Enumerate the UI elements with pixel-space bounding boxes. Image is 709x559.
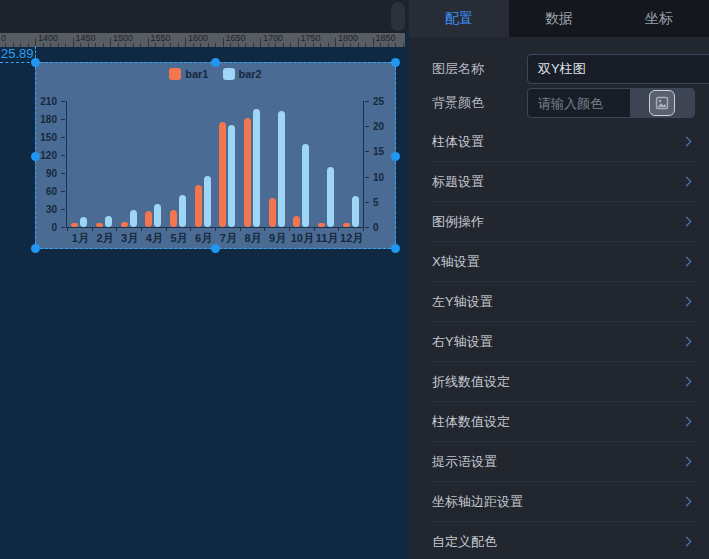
y-axis-tick-mark bbox=[61, 209, 65, 210]
panel-tab-bar: 配置 数据 坐标 bbox=[409, 0, 709, 37]
settings-section-label: 标题设置 bbox=[432, 173, 484, 191]
selection-guide-horizontal bbox=[0, 62, 35, 63]
panel-body: 图层名称 背景颜色 bbox=[409, 37, 709, 559]
resize-handle-bottom-left[interactable] bbox=[31, 244, 40, 253]
canvas-scrollbar-thumb[interactable] bbox=[391, 2, 405, 31]
ruler-tick bbox=[275, 43, 276, 47]
y-axis-tick-label: 180 bbox=[40, 114, 57, 125]
y-axis-tick-mark bbox=[365, 227, 369, 228]
resize-handle-top-left[interactable] bbox=[31, 58, 40, 67]
chevron-right-icon bbox=[682, 297, 692, 307]
settings-section-row[interactable]: 柱体设置 bbox=[432, 122, 695, 162]
settings-section-row[interactable]: 坐标轴边距设置 bbox=[432, 482, 695, 522]
bar-bar2-1月 bbox=[80, 217, 87, 227]
ruler-label: 1650 bbox=[226, 33, 246, 43]
color-picker-addon bbox=[630, 89, 694, 117]
x-axis-category-label: 1月 bbox=[72, 231, 89, 246]
chevron-right-icon bbox=[682, 217, 692, 227]
bar-bar2-5月 bbox=[179, 195, 186, 227]
design-canvas[interactable]: 0 14001450150015501600165017001750180018… bbox=[0, 0, 409, 559]
tab-config[interactable]: 配置 bbox=[409, 0, 509, 37]
background-color-label: 背景颜色 bbox=[432, 94, 527, 112]
chevron-right-icon bbox=[682, 417, 692, 427]
chevron-right-icon bbox=[682, 377, 692, 387]
legend-item-bar1[interactable]: bar1 bbox=[169, 68, 208, 80]
settings-section-label: 自定义配色 bbox=[432, 533, 497, 551]
ruler-tick bbox=[335, 38, 336, 47]
ruler-label: 1850 bbox=[376, 33, 396, 43]
ruler-tick bbox=[110, 38, 111, 47]
settings-section-row[interactable]: X轴设置 bbox=[432, 242, 695, 282]
settings-section-row[interactable]: 右Y轴设置 bbox=[432, 322, 695, 362]
settings-section-label: 图例操作 bbox=[432, 213, 484, 231]
ruler-tick bbox=[260, 38, 261, 47]
settings-section-row[interactable]: 自定义配色 bbox=[432, 522, 695, 559]
bar-bar1-3月 bbox=[121, 222, 128, 227]
y-axis-tick-mark bbox=[61, 101, 65, 102]
legend-label-bar1: bar1 bbox=[185, 68, 208, 80]
ruler-tick bbox=[58, 43, 59, 47]
tab-coords[interactable]: 坐标 bbox=[609, 0, 709, 37]
y-axis-tick-mark bbox=[61, 137, 65, 138]
ruler-tick bbox=[290, 43, 291, 47]
ruler-tick bbox=[305, 43, 306, 47]
color-picker-button[interactable] bbox=[649, 90, 675, 116]
x-axis-category-label: 8月 bbox=[244, 231, 261, 246]
ruler-label: 1400 bbox=[38, 33, 58, 43]
y-axis-tick-label: 5 bbox=[373, 197, 379, 208]
ruler-tick bbox=[73, 38, 74, 47]
bar-bar2-6月 bbox=[204, 176, 211, 227]
bar-bar2-3月 bbox=[130, 210, 137, 227]
layer-name-input[interactable] bbox=[527, 54, 709, 84]
bar-bar1-8月 bbox=[244, 118, 251, 227]
background-color-input[interactable] bbox=[528, 89, 630, 117]
horizontal-ruler: 0 14001450150015501600165017001750180018… bbox=[0, 33, 405, 47]
selected-chart-layer[interactable]: bar1 bar2 0306090120150180210 0510152025… bbox=[35, 62, 396, 249]
settings-section-row[interactable]: 标题设置 bbox=[432, 162, 695, 202]
resize-handle-bottom-right[interactable] bbox=[391, 244, 400, 253]
chart-legend: bar1 bar2 bbox=[36, 68, 395, 80]
layer-name-label: 图层名称 bbox=[432, 60, 527, 78]
ruler-tick bbox=[208, 43, 209, 47]
bar-bar2-9月 bbox=[278, 111, 285, 227]
tab-data[interactable]: 数据 bbox=[509, 0, 609, 37]
bar-bar2-2月 bbox=[105, 216, 112, 227]
resize-handle-top-right[interactable] bbox=[391, 58, 400, 67]
settings-section-label: 柱体设置 bbox=[432, 133, 484, 151]
y-axis-tick-mark bbox=[365, 177, 369, 178]
ruler-label: 1700 bbox=[263, 33, 283, 43]
settings-section-row[interactable]: 左Y轴设置 bbox=[432, 282, 695, 322]
y-axis-tick-label: 10 bbox=[373, 172, 384, 183]
chevron-right-icon bbox=[682, 137, 692, 147]
y-axis-tick-label: 60 bbox=[46, 186, 57, 197]
x-axis-category-label: 5月 bbox=[170, 231, 187, 246]
x-axis-category-label: 11月 bbox=[316, 231, 339, 246]
settings-section-label: 左Y轴设置 bbox=[432, 293, 493, 311]
bar-bar2-4月 bbox=[154, 204, 161, 227]
ruler-tick bbox=[215, 43, 216, 47]
ruler-label: 1550 bbox=[151, 33, 171, 43]
ruler-tick bbox=[320, 43, 321, 47]
resize-handle-bottom-center[interactable] bbox=[211, 244, 220, 253]
background-color-field bbox=[527, 88, 695, 118]
y-axis-tick-label: 20 bbox=[373, 121, 384, 132]
x-axis-category-label: 9月 bbox=[269, 231, 286, 246]
settings-section-row[interactable]: 折线数值设定 bbox=[432, 362, 695, 402]
ruler-tick bbox=[388, 43, 389, 47]
ruler-label: 1750 bbox=[301, 33, 321, 43]
settings-section-row[interactable]: 柱体数值设定 bbox=[432, 402, 695, 442]
settings-section-row[interactable]: 图例操作 bbox=[432, 202, 695, 242]
config-panel: 配置 数据 坐标 图层名称 背景颜色 bbox=[409, 0, 709, 559]
chevron-right-icon bbox=[682, 457, 692, 467]
chart-plot-area bbox=[66, 101, 364, 228]
settings-section-row[interactable]: 提示语设置 bbox=[432, 442, 695, 482]
ruler-tick bbox=[65, 43, 66, 47]
ruler-tick bbox=[43, 43, 44, 47]
legend-item-bar2[interactable]: bar2 bbox=[223, 68, 262, 80]
resize-handle-top-center[interactable] bbox=[211, 58, 220, 67]
settings-section-label: 折线数值设定 bbox=[432, 373, 510, 391]
ruler-label: 1500 bbox=[113, 33, 133, 43]
y-axis-tick-label: 15 bbox=[373, 146, 384, 157]
bar-bar1-9月 bbox=[269, 198, 276, 227]
y-axis-tick-mark bbox=[365, 126, 369, 127]
